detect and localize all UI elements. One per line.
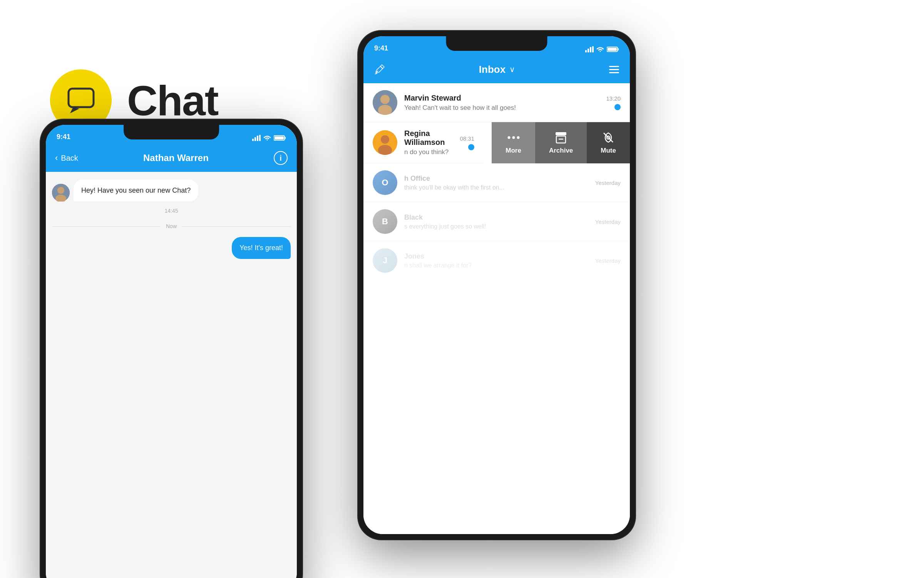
msg-avatar-nathan [52, 184, 70, 202]
office-time: Yesterday [595, 180, 621, 186]
marvin-name: Marvin Steward [404, 94, 599, 102]
inbox-item-wrapper-regina: Regina Williamson n do you think? 08:31 [363, 122, 630, 163]
status-icons-back [585, 46, 619, 52]
jones-preview: n shall we arrange it for? [404, 262, 588, 269]
svg-rect-31 [285, 137, 286, 139]
svg-line-9 [380, 66, 383, 69]
back-chevron-icon: ‹ [55, 153, 58, 163]
svg-rect-32 [275, 136, 284, 139]
black-meta: Yesterday [595, 218, 621, 225]
back-button[interactable]: ‹ Back [55, 153, 78, 163]
phone-notch [446, 36, 547, 51]
office-text: h Office think you'll be okay with the f… [404, 175, 588, 191]
svg-point-18 [507, 136, 510, 139]
msg-bubble-incoming: Hey! Have you seen our new Chat? [74, 180, 198, 202]
inbox-title-group: Inbox ∨ [479, 64, 515, 76]
more-button[interactable]: More [492, 122, 535, 163]
inbox-item-marvin[interactable]: Marvin Steward Yeah! Can't wait to see h… [363, 83, 630, 122]
regina-time: 08:31 [460, 135, 474, 142]
archive-button[interactable]: Archive [535, 122, 587, 163]
svg-point-20 [517, 136, 519, 139]
msg-time-incoming: 14:45 [52, 208, 291, 214]
svg-rect-8 [608, 48, 617, 51]
more-label: More [506, 147, 521, 155]
office-preview: think you'll be okay with the first on..… [404, 184, 588, 191]
mute-label: Mute [601, 147, 616, 155]
inbox-item-black[interactable]: B Black s everything just goes so well! … [363, 202, 630, 241]
avatar-regina [373, 130, 397, 155]
avatar-jones: J [373, 248, 397, 273]
black-text: Black s everything just goes so well! [404, 213, 588, 230]
chat-phone-notch [124, 125, 219, 139]
hero-title: Chat [127, 76, 218, 125]
msg-bubble-outgoing: Yes! It's great! [232, 237, 291, 259]
marvin-preview: Yeah! Can't wait to see how it all goes! [404, 104, 599, 112]
battery-icon [607, 46, 619, 52]
menu-icon[interactable] [609, 66, 619, 73]
chat-phone: 9:41 [40, 119, 302, 578]
marvin-time: 13:20 [606, 95, 621, 102]
msg-divider: Now [52, 223, 291, 229]
svg-rect-28 [257, 136, 258, 141]
status-icons-front [252, 135, 286, 141]
inbox-item-regina[interactable]: Regina Williamson n do you think? 08:31 [363, 122, 484, 163]
chat-icon [65, 84, 97, 117]
svg-rect-7 [618, 48, 619, 50]
regina-name: Regina Williamson [404, 129, 453, 147]
jones-time: Yesterday [595, 257, 621, 264]
inbox-title: Inbox [479, 64, 506, 76]
black-preview: s everything just goes so well! [404, 223, 588, 230]
chat-header: ‹ Back Nathan Warren i [46, 144, 297, 172]
signal-icon [585, 46, 594, 52]
svg-rect-2 [585, 50, 587, 52]
office-meta: Yesterday [595, 180, 621, 186]
more-dots-icon [507, 131, 520, 144]
inbox-screen: 9:41 [363, 36, 630, 534]
info-icon[interactable]: i [274, 151, 288, 165]
avatar-office: O [373, 170, 397, 195]
nathan-avatar [52, 184, 70, 202]
marvin-meta: 13:20 [606, 95, 621, 110]
svg-line-11 [375, 73, 377, 74]
swipe-actions: More Archive [492, 122, 630, 163]
chevron-down-icon: ∨ [509, 65, 515, 74]
marvin-text: Marvin Steward Yeah! Can't wait to see h… [404, 94, 599, 112]
compose-icon[interactable] [374, 64, 385, 75]
unread-dot-regina [468, 144, 474, 150]
status-time-back: 9:41 [374, 44, 388, 52]
signal-icon-front [252, 135, 261, 141]
mute-button[interactable]: Mute [587, 122, 630, 163]
marvin-avatar [373, 90, 397, 115]
svg-rect-21 [556, 132, 566, 135]
avatar-black: B [373, 209, 397, 234]
unread-dot-marvin [614, 104, 621, 110]
black-name: Black [404, 213, 588, 222]
msg-row-incoming: Hey! Have you seen our new Chat? [52, 180, 291, 202]
battery-icon-front [274, 135, 286, 141]
wifi-icon [596, 46, 604, 52]
svg-point-16 [381, 135, 389, 144]
inbox-header: Inbox ∨ [363, 55, 630, 83]
svg-point-13 [380, 95, 390, 104]
inbox-item-jones[interactable]: J Jones n shall we arrange it for? Yeste… [363, 241, 630, 280]
office-name: h Office [404, 175, 588, 183]
regina-meta: 08:31 [460, 135, 474, 150]
svg-rect-3 [588, 49, 589, 52]
regina-text: Regina Williamson n do you think? [404, 129, 453, 156]
inbox-list: Marvin Steward Yeah! Can't wait to see h… [363, 83, 630, 534]
wifi-icon-front [263, 135, 271, 141]
black-time: Yesterday [595, 218, 621, 225]
svg-rect-27 [254, 137, 256, 141]
divider-label: Now [166, 223, 177, 229]
status-time-front: 9:41 [57, 133, 70, 141]
jones-name: Jones [404, 252, 588, 260]
chat-screen: 9:41 [46, 125, 297, 578]
mute-icon [602, 131, 614, 144]
inbox-item-partial1[interactable]: O h Office think you'll be okay with the… [363, 163, 630, 202]
divider-line-left [52, 226, 161, 227]
avatar-marvin [373, 90, 397, 115]
svg-point-19 [512, 136, 515, 139]
archive-label: Archive [549, 147, 573, 155]
regina-avatar [373, 130, 397, 155]
regina-preview: n do you think? [404, 148, 453, 156]
